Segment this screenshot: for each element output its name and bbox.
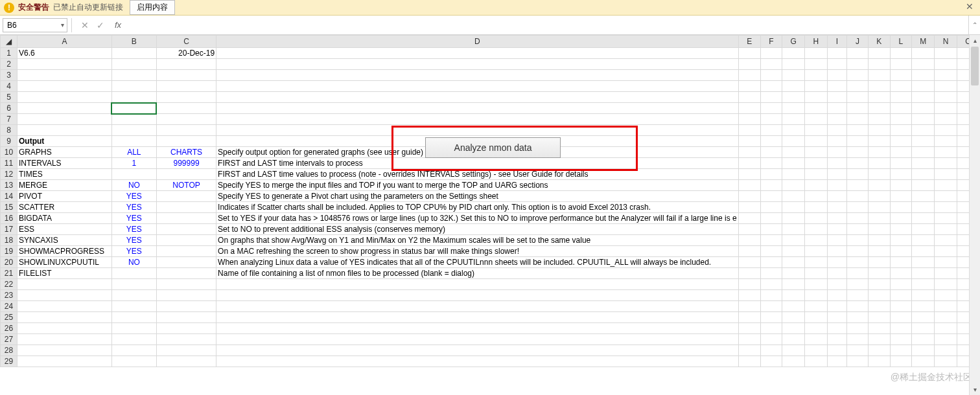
cell[interactable]	[935, 158, 957, 169]
cell[interactable]	[827, 70, 847, 81]
cell[interactable]	[911, 92, 934, 103]
cell[interactable]	[868, 279, 890, 290]
row-header[interactable]: 15	[1, 202, 18, 213]
cell[interactable]: 20-Dec-19	[156, 48, 216, 59]
row-header[interactable]: 14	[1, 191, 18, 202]
row-header[interactable]: 29	[1, 356, 18, 367]
cell[interactable]	[827, 191, 847, 202]
cell[interactable]	[868, 70, 890, 81]
cell[interactable]	[216, 59, 739, 70]
cell[interactable]: SCATTER	[18, 202, 112, 213]
cell[interactable]	[760, 268, 782, 279]
cell[interactable]: On graphs that show Avg/Wavg on Y1 and M…	[216, 235, 739, 246]
cell[interactable]	[738, 323, 760, 334]
cell[interactable]	[805, 213, 828, 224]
cell[interactable]	[911, 213, 934, 224]
cell[interactable]	[847, 312, 869, 323]
cell[interactable]: PIVOT	[18, 191, 112, 202]
cell[interactable]	[216, 70, 739, 81]
cell[interactable]	[738, 125, 760, 136]
cell[interactable]	[782, 59, 805, 70]
cell[interactable]	[216, 356, 739, 367]
cell[interactable]	[782, 345, 805, 356]
collapse-ribbon-icon[interactable]: ⌃	[968, 16, 980, 35]
cell[interactable]	[890, 169, 911, 180]
cell[interactable]	[156, 213, 216, 224]
cell[interactable]	[911, 257, 934, 268]
cell[interactable]	[782, 180, 805, 191]
cell[interactable]	[782, 312, 805, 323]
cell[interactable]	[18, 59, 112, 70]
cell[interactable]	[760, 180, 782, 191]
col-header-I[interactable]: I	[827, 36, 847, 48]
cell[interactable]	[782, 81, 805, 92]
cell[interactable]	[890, 290, 911, 301]
cell[interactable]	[156, 345, 216, 356]
cell[interactable]	[111, 92, 156, 103]
cell[interactable]	[111, 279, 156, 290]
cell[interactable]	[760, 191, 782, 202]
cell[interactable]	[156, 191, 216, 202]
cell[interactable]	[156, 114, 216, 125]
row-header[interactable]: 9	[1, 136, 18, 147]
cell[interactable]	[156, 356, 216, 367]
cell[interactable]	[760, 213, 782, 224]
cell[interactable]	[156, 103, 216, 114]
cell[interactable]	[156, 224, 216, 235]
cell[interactable]	[216, 114, 739, 125]
col-header-D[interactable]: D	[216, 36, 739, 48]
cell[interactable]	[868, 301, 890, 312]
cell[interactable]	[216, 334, 739, 345]
cell[interactable]	[911, 312, 934, 323]
cell[interactable]	[890, 59, 911, 70]
cell[interactable]	[782, 202, 805, 213]
cell[interactable]	[935, 213, 957, 224]
row-header[interactable]: 22	[1, 279, 18, 290]
cell[interactable]	[111, 103, 156, 114]
cell[interactable]	[868, 268, 890, 279]
cell[interactable]	[868, 136, 890, 147]
cell[interactable]	[847, 213, 869, 224]
cell[interactable]	[935, 81, 957, 92]
cell[interactable]	[760, 323, 782, 334]
cell[interactable]	[760, 235, 782, 246]
cell[interactable]	[911, 268, 934, 279]
col-header-J[interactable]: J	[847, 36, 869, 48]
cell[interactable]	[890, 81, 911, 92]
cell[interactable]	[216, 345, 739, 356]
cell[interactable]: Name of file containing a list of nmon f…	[216, 268, 739, 279]
row-header[interactable]: 24	[1, 301, 18, 312]
cell[interactable]: Set to NO to prevent additional ESS anal…	[216, 224, 739, 235]
cell[interactable]	[760, 147, 782, 158]
cell[interactable]	[847, 125, 869, 136]
cell[interactable]	[760, 125, 782, 136]
cell[interactable]	[847, 70, 869, 81]
cell[interactable]	[760, 81, 782, 92]
fx-icon[interactable]: fx	[115, 20, 121, 30]
cell[interactable]	[760, 70, 782, 81]
cell[interactable]	[890, 202, 911, 213]
cell[interactable]	[868, 147, 890, 158]
cell[interactable]	[847, 279, 869, 290]
row-header[interactable]: 20	[1, 257, 18, 268]
cell[interactable]	[738, 202, 760, 213]
cell[interactable]	[111, 334, 156, 345]
cell[interactable]	[738, 158, 760, 169]
cell[interactable]: 999999	[156, 158, 216, 169]
col-header-B[interactable]: B	[111, 36, 156, 48]
cell[interactable]	[111, 290, 156, 301]
cell[interactable]	[827, 301, 847, 312]
cell[interactable]	[216, 323, 739, 334]
cell[interactable]	[782, 158, 805, 169]
cell[interactable]	[760, 279, 782, 290]
cell[interactable]	[216, 125, 739, 136]
cell[interactable]	[738, 356, 760, 367]
cell[interactable]	[156, 257, 216, 268]
cell[interactable]	[782, 48, 805, 59]
cell[interactable]	[935, 268, 957, 279]
cell[interactable]	[805, 301, 828, 312]
cell[interactable]	[805, 81, 828, 92]
cell[interactable]	[911, 191, 934, 202]
cell[interactable]	[847, 202, 869, 213]
cell[interactable]	[111, 323, 156, 334]
